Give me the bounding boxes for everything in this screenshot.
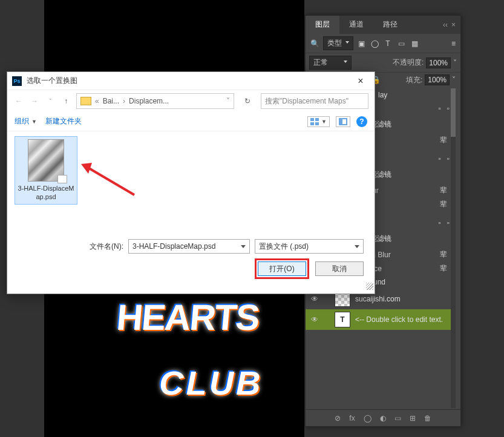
visibility-toggle[interactable]: 👁 [310,315,319,324]
layer-link-a-icon[interactable]: ▫ [438,104,440,113]
cancel-button[interactable]: 取消 [315,261,364,276]
panel-scrollbar[interactable] [451,88,456,408]
nav-up-icon[interactable]: ↑ [61,97,71,105]
annotation-arrow [80,162,140,198]
panel-collapse-icon[interactable]: ‹‹ [443,21,448,29]
folder-icon [80,97,91,105]
trash-icon[interactable]: 🗑 [424,414,431,422]
tab-channels[interactable]: 通道 [339,16,373,34]
address-bar[interactable]: « Bai... › Displacem... ˅ [76,93,234,109]
layer-row-edit-text[interactable]: 👁 T <-- Double click to edit text. [306,309,456,330]
open-button[interactable]: 打开(O) [258,261,306,276]
filter-blend-icon[interactable]: 辈 [440,185,447,196]
tab-paths[interactable]: 路径 [373,16,407,34]
grid-icon [310,118,319,125]
new-layer-icon[interactable]: ⊞ [410,414,416,422]
text-layer-thumb: T [335,312,350,327]
layer-link-a-icon[interactable]: ▫ [438,218,440,227]
file-open-dialog: Ps 选取一个置换图 × ← → ˅ ↑ « Bai... › Displace… [7,71,375,294]
refresh-icon[interactable]: ↻ [239,97,256,105]
layer-name: <-- Double click to edit text. [355,315,443,324]
fill-label: 填充: [406,75,422,85]
file-thumbnail [28,139,64,182]
panel-menu-icon[interactable]: ≡ [451,39,456,48]
path-dd-icon[interactable]: ˅ [226,97,230,105]
preview-pane-button[interactable] [336,116,350,127]
svg-marker-1 [81,163,92,174]
ps-app-icon: Ps [12,76,22,86]
filename-label: 文件名(N): [90,242,123,252]
layer-name: sucaijishi.com [355,295,401,303]
group-icon[interactable]: ▭ [394,414,401,422]
layer-link-b-icon[interactable]: ▫ [447,154,450,163]
nav-back-icon[interactable]: ← [13,97,24,105]
filetype-select[interactable]: 置换文件 (.psd) [255,239,364,254]
organize-button[interactable]: 组织 ▼ [15,116,37,126]
new-folder-button[interactable]: 新建文件夹 [45,116,82,126]
filter-shape-icon[interactable]: ▭ [397,39,405,48]
club-word: CLUB [159,363,263,402]
filter-adjust-icon[interactable]: ◯ [370,39,379,48]
chevron-right-icon: › [120,97,128,105]
tab-layers[interactable]: 图层 [306,16,339,34]
nav-fwd-icon[interactable]: → [29,97,40,105]
close-icon[interactable]: × [352,76,370,87]
search-input[interactable]: 搜索"Displacement Maps" [261,93,368,109]
filter-blend-icon[interactable]: 辈 [440,263,447,274]
panel-bottom-toolbar: ⊘ fx ◯ ◐ ▭ ⊞ 🗑 [306,409,460,426]
blend-mode-select[interactable]: 正常 [309,56,352,70]
filter-blend-icon[interactable]: 辈 [440,135,447,145]
fill-value[interactable]: 100% [425,74,450,85]
panel-close-icon[interactable]: × [451,21,456,29]
panel-tabs: 图层 通道 路径 ‹‹ × [306,16,460,34]
link-layers-icon[interactable]: ⊘ [335,414,341,422]
adjustment-layer-icon[interactable]: ◐ [380,414,386,422]
dialog-title: 选取一个置换图 [27,76,347,86]
preview-icon [339,118,347,125]
filename-input[interactable]: 3-HALF-DisplaceMap.psd [128,239,250,254]
psd-badge-icon [57,175,67,183]
opacity-label: 不透明度: [393,58,424,68]
help-icon[interactable]: ? [356,116,367,127]
visibility-toggle[interactable]: 👁 [310,295,319,303]
path-seg-1[interactable]: Bai... [103,97,119,105]
fill-dd-icon[interactable]: ˅ [452,76,456,84]
filter-search-icon[interactable]: 🔍 [310,39,319,48]
layer-fx-icon[interactable]: fx [349,414,355,422]
filter-type-icon[interactable]: T [384,39,392,48]
path-chev: « [93,97,102,105]
resize-grip[interactable] [366,283,373,290]
layer-link-b-icon[interactable]: ▫ [447,104,450,113]
organize-label: 组织 [15,116,29,126]
layer-link-b-icon[interactable]: ▫ [447,218,450,227]
opacity-dd-icon[interactable]: ˅ [453,59,457,67]
filter-pixel-icon[interactable]: ▣ [357,39,365,48]
filter-blend-icon[interactable]: 辈 [440,249,447,260]
filter-type-select[interactable]: 类型 [323,36,353,50]
layer-link-a-icon[interactable]: ▫ [438,154,440,163]
path-seg-2[interactable]: Displacem... [129,97,169,105]
filter-smart-icon[interactable]: ▦ [410,39,419,48]
view-mode-button[interactable]: ▼ [307,116,330,127]
nav-history-icon[interactable]: ˅ [45,98,56,104]
filter-blend-icon[interactable]: 辈 [440,199,447,209]
layer-mask-icon[interactable]: ◯ [364,414,371,422]
file-item[interactable]: 3-HALF-DisplaceMap.psd [15,136,77,205]
opacity-value[interactable]: 100% [426,58,451,68]
file-name: 3-HALF-DisplaceMap.psd [18,184,74,202]
annotation-highlight: 打开(O) [255,258,309,279]
svg-line-0 [86,166,134,195]
chevron-down-icon: ▼ [31,119,37,125]
file-list-area[interactable]: 3-HALF-DisplaceMap.psd [7,131,375,234]
hearts-word: HEARTS [115,297,261,338]
chevron-down-icon: ▼ [321,119,327,125]
